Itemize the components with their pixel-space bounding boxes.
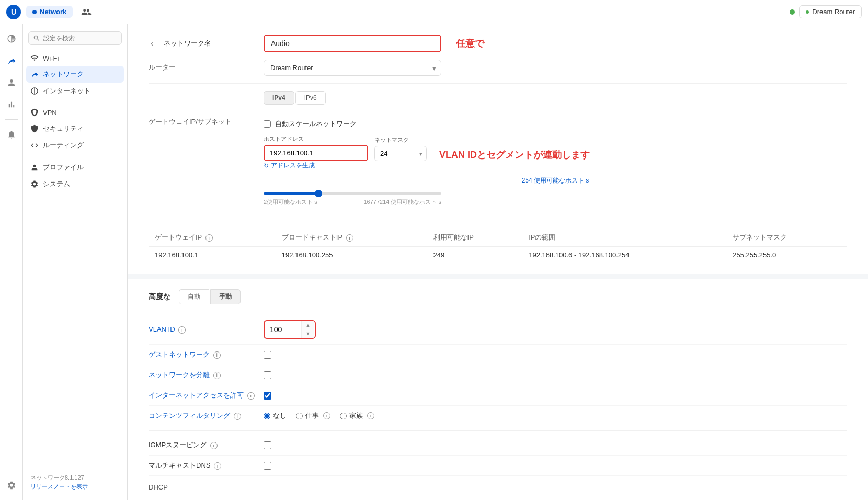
vpn-icon bbox=[30, 108, 39, 117]
sidebar-item-profiles[interactable]: プロファイル bbox=[23, 159, 127, 176]
search-icon bbox=[33, 35, 40, 42]
multicast-dns-checkbox[interactable] bbox=[264, 462, 271, 470]
ip-tabs: IPv4 IPv6 bbox=[264, 91, 326, 105]
netmask-select[interactable]: 24 16 8 bbox=[374, 146, 427, 161]
multicast-dns-info-icon[interactable]: i bbox=[214, 462, 221, 470]
mode-manual-tab[interactable]: 手動 bbox=[210, 289, 241, 304]
isolate-network-row: ネットワークを分離 i bbox=[149, 365, 847, 385]
section-divider-2 bbox=[149, 430, 847, 431]
vlan-down-button[interactable]: ▼ bbox=[302, 329, 314, 338]
content-filter-info-icon[interactable]: i bbox=[234, 413, 241, 420]
vlan-id-input[interactable] bbox=[265, 322, 301, 337]
auto-scale-checkbox[interactable] bbox=[264, 120, 271, 128]
mode-auto-tab[interactable]: 自動 bbox=[179, 289, 209, 304]
radio-none[interactable] bbox=[264, 413, 270, 419]
nav-stats[interactable] bbox=[2, 95, 21, 114]
guest-network-checkbox[interactable] bbox=[264, 351, 271, 359]
gateway-ip-info-icon[interactable]: i bbox=[205, 234, 213, 242]
auto-scale-label: 自動スケールネットワーク bbox=[275, 119, 357, 129]
broadcast-ip-info-icon[interactable]: i bbox=[346, 234, 353, 242]
sidebar-profiles-label: プロファイル bbox=[43, 163, 84, 172]
radio-none-option[interactable]: なし bbox=[264, 411, 287, 421]
internet-access-checkbox[interactable] bbox=[264, 392, 271, 400]
nav-alerts[interactable] bbox=[2, 125, 21, 144]
version-label: ネットワーク8.1.127 bbox=[30, 474, 84, 481]
sidebar-internet-label: インターネット bbox=[43, 86, 90, 96]
multicast-dns-row: マルチキャストDNS i bbox=[149, 456, 847, 476]
ipv6-tab[interactable]: IPv6 bbox=[295, 91, 326, 105]
guest-network-info-icon[interactable]: i bbox=[213, 351, 221, 359]
isolate-network-checkbox[interactable] bbox=[264, 371, 271, 379]
mode-tabs: 自動 手動 bbox=[179, 289, 241, 304]
ip-table: ゲートウェイIP i ブロードキャストIP i 利用可能なIP IPの範囲 bbox=[149, 229, 847, 263]
router-label[interactable]: Dream Router bbox=[799, 5, 862, 18]
sidebar-item-security[interactable]: セキュリティ bbox=[23, 120, 127, 137]
radio-work-option[interactable]: 仕事 i bbox=[296, 411, 330, 421]
sidebar-item-network[interactable]: ネットワーク bbox=[26, 66, 124, 83]
vlan-annotation: VLAN IDとセグメントが連動します bbox=[439, 149, 590, 161]
router-row: ルーター Dream Router bbox=[149, 52, 847, 84]
nav-network[interactable] bbox=[2, 51, 21, 70]
radio-work-info-icon[interactable]: i bbox=[323, 412, 330, 419]
nav-clients[interactable] bbox=[2, 73, 21, 92]
vlan-up-button[interactable]: ▲ bbox=[302, 321, 314, 329]
sidebar-item-wifi[interactable]: Wi-Fi bbox=[23, 50, 127, 66]
sidebar-item-system[interactable]: システム bbox=[23, 176, 127, 192]
sidebar-item-routing[interactable]: ルーティング bbox=[23, 137, 127, 154]
igmp-info-icon[interactable]: i bbox=[210, 442, 218, 449]
igmp-checkbox[interactable] bbox=[264, 441, 271, 449]
topbar-right: Dream Router bbox=[790, 5, 862, 18]
radio-options: なし 仕事 i 家族 i bbox=[264, 411, 374, 421]
sidebar-security-label: セキュリティ bbox=[43, 124, 84, 133]
search-box[interactable] bbox=[28, 31, 122, 45]
content-filter-label: コンテンツフィルタリング i bbox=[149, 411, 264, 421]
host-address-input[interactable] bbox=[264, 145, 368, 161]
users-icon[interactable] bbox=[81, 7, 92, 17]
topbar: U Network Dream Router bbox=[0, 0, 868, 24]
radio-family-info-icon[interactable]: i bbox=[367, 412, 374, 419]
generate-link[interactable]: アドレスを生成 bbox=[264, 161, 847, 170]
slider-limits: 2使用可能なホスト s 16777214 使用可能なホスト s bbox=[264, 198, 441, 206]
hosts-slider[interactable] bbox=[264, 192, 441, 195]
radio-work-label: 仕事 bbox=[305, 411, 319, 421]
nav-divider-1 bbox=[5, 119, 18, 120]
sidebar-item-vpn[interactable]: VPN bbox=[23, 105, 127, 120]
sidebar-item-internet[interactable]: インターネット bbox=[23, 83, 127, 99]
isolate-network-info-icon[interactable]: i bbox=[213, 372, 221, 379]
dhcp-label: DHCP bbox=[149, 483, 168, 491]
section-divider bbox=[128, 274, 868, 279]
network-name-row: ‹ ネットワーク名 任意で bbox=[149, 24, 847, 52]
vlan-id-info-icon[interactable]: i bbox=[178, 326, 186, 334]
radio-family[interactable] bbox=[340, 413, 347, 419]
sidebar-system-label: システム bbox=[43, 179, 70, 189]
dhcp-label-row: DHCP bbox=[149, 476, 847, 493]
broadcast-ip-value: 192.168.100.255 bbox=[276, 247, 427, 264]
subnet-section: 自動スケールネットワーク ホストアドレス ネットマスク bbox=[264, 114, 847, 215]
internet-access-info-icon[interactable]: i bbox=[247, 392, 255, 400]
router-select[interactable]: Dream Router bbox=[264, 60, 441, 76]
network-tab[interactable]: Network bbox=[26, 6, 73, 18]
ipv4-tab[interactable]: IPv4 bbox=[264, 91, 294, 105]
advanced-header: 高度な 自動 手動 bbox=[149, 289, 847, 304]
back-button[interactable]: ‹ bbox=[149, 37, 155, 50]
nav-dashboard[interactable] bbox=[2, 29, 21, 48]
radio-family-option[interactable]: 家族 i bbox=[340, 411, 374, 421]
nav-settings[interactable] bbox=[2, 476, 21, 495]
topbar-icons bbox=[81, 7, 92, 17]
advanced-title: 高度な bbox=[149, 292, 170, 302]
profiles-icon bbox=[30, 163, 39, 172]
available-ip-header: 利用可能なIP bbox=[427, 229, 523, 247]
network-name-input[interactable] bbox=[264, 35, 441, 52]
search-input[interactable] bbox=[43, 35, 117, 42]
sidebar: Wi-Fi ネットワーク インターネット VPN セキュリティ ルーティング プ… bbox=[23, 24, 128, 500]
gateway-subnet-control: 自動スケールネットワーク ホストアドレス ネットマスク bbox=[264, 114, 847, 215]
radio-work[interactable] bbox=[296, 413, 303, 419]
ip-range-value: 192.168.100.6 - 192.168.100.254 bbox=[522, 247, 726, 264]
igmp-label: IGMPスヌーピング i bbox=[149, 440, 264, 450]
release-notes-link[interactable]: リリースノートを表示 bbox=[30, 483, 120, 491]
layout: Wi-Fi ネットワーク インターネット VPN セキュリティ ルーティング プ… bbox=[0, 24, 868, 500]
network-icon bbox=[30, 70, 39, 78]
netmask-group: ネットマスク 24 16 8 bbox=[374, 136, 427, 161]
sidebar-network-label: ネットワーク bbox=[43, 70, 84, 79]
router-status-dot bbox=[806, 10, 809, 14]
